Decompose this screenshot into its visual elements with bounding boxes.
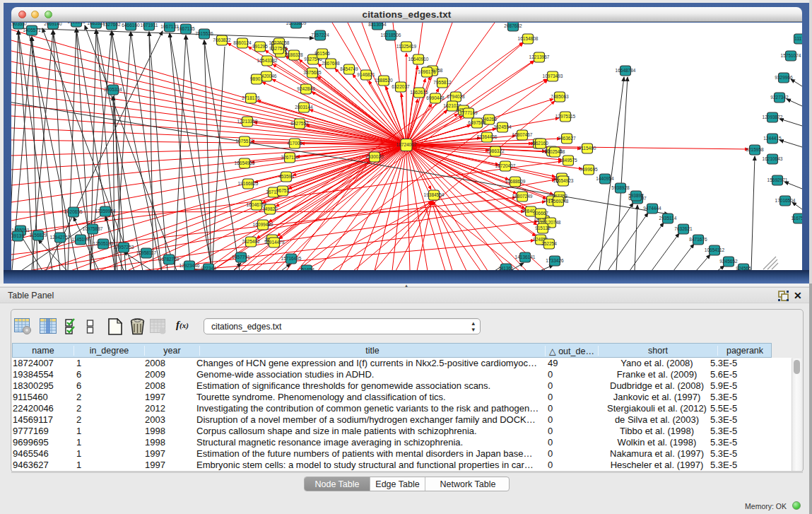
svg-text:9245652: 9245652 xyxy=(719,259,738,264)
svg-text:19218506: 19218506 xyxy=(381,33,401,37)
svg-text:9146821: 9146821 xyxy=(357,72,375,77)
svg-text:9115460: 9115460 xyxy=(579,146,596,151)
svg-text:98901: 98901 xyxy=(250,76,263,81)
svg-text:2905334: 2905334 xyxy=(104,87,122,92)
svg-text:39139: 39139 xyxy=(11,233,24,238)
svg-text:2530020: 2530020 xyxy=(365,154,384,159)
svg-text:2867608: 2867608 xyxy=(322,61,340,66)
svg-text:9329966: 9329966 xyxy=(775,75,793,80)
svg-text:6466160: 6466160 xyxy=(122,23,140,28)
svg-text:141361: 141361 xyxy=(498,266,514,270)
svg-text:12975115: 12975115 xyxy=(555,114,576,119)
svg-text:1117: 1117 xyxy=(794,36,802,41)
svg-text:12923446: 12923446 xyxy=(180,263,200,268)
svg-text:3267110: 3267110 xyxy=(281,155,299,160)
svg-text:1667135: 1667135 xyxy=(177,26,195,31)
svg-text:10973493: 10973493 xyxy=(543,74,563,78)
svg-text:3875685: 3875685 xyxy=(303,70,322,75)
svg-text:6322037: 6322037 xyxy=(392,84,410,89)
svg-text:1244415: 1244415 xyxy=(763,136,782,141)
svg-text:861546: 861546 xyxy=(314,51,330,56)
svg-text:1362615: 1362615 xyxy=(410,90,428,95)
svg-text:12093872: 12093872 xyxy=(763,115,783,119)
svg-text:16033809: 16033809 xyxy=(286,23,307,25)
svg-text:12213319: 12213319 xyxy=(237,119,258,124)
svg-text:1405571: 1405571 xyxy=(23,28,41,33)
svg-text:14136141: 14136141 xyxy=(515,255,536,259)
svg-text:2718176: 2718176 xyxy=(242,95,260,100)
svg-text:7485063: 7485063 xyxy=(551,94,569,99)
svg-text:8454749: 8454749 xyxy=(340,66,358,71)
svg-text:19384554: 19384554 xyxy=(424,192,445,197)
svg-text:17016504: 17016504 xyxy=(775,198,796,203)
svg-text:149822: 149822 xyxy=(262,206,278,211)
svg-text:5938928: 5938928 xyxy=(611,185,630,190)
svg-text:10025458: 10025458 xyxy=(545,149,565,154)
svg-text:16210643: 16210643 xyxy=(763,156,783,161)
svg-text:16154808: 16154808 xyxy=(518,36,539,41)
svg-text:1588520: 1588520 xyxy=(375,78,393,83)
svg-text:6497568: 6497568 xyxy=(468,120,486,125)
svg-text:6990448: 6990448 xyxy=(426,95,445,100)
svg-text:18724007: 18724007 xyxy=(396,142,417,147)
svg-text:6215958: 6215958 xyxy=(746,147,764,152)
svg-text:9777169: 9777169 xyxy=(459,110,478,115)
svg-text:9227342: 9227342 xyxy=(770,95,789,100)
svg-text:1063313: 1063313 xyxy=(67,23,86,24)
svg-text:8427552: 8427552 xyxy=(290,121,309,126)
svg-text:10654112: 10654112 xyxy=(705,247,725,252)
svg-text:12942757: 12942757 xyxy=(50,235,71,240)
svg-text:9242848: 9242848 xyxy=(297,86,315,91)
svg-text:9463627: 9463627 xyxy=(558,136,576,141)
svg-text:10688609: 10688609 xyxy=(505,179,526,184)
svg-text:252254: 252254 xyxy=(541,241,557,246)
svg-text:19166825: 19166825 xyxy=(238,181,259,186)
svg-text:891295: 891295 xyxy=(252,44,268,49)
svg-text:16654955: 16654955 xyxy=(235,160,255,165)
svg-text:1071911: 1071911 xyxy=(141,23,158,28)
svg-text:3624554: 3624554 xyxy=(493,124,512,129)
svg-text:2020655: 2020655 xyxy=(64,209,83,214)
svg-text:15720407: 15720407 xyxy=(495,163,516,168)
svg-text:10975887: 10975887 xyxy=(83,226,103,231)
svg-text:7357224: 7357224 xyxy=(311,33,329,37)
svg-text:453594: 453594 xyxy=(278,174,294,179)
svg-text:16543382: 16543382 xyxy=(257,58,278,63)
svg-text:151654: 151654 xyxy=(299,267,314,270)
svg-text:2087682: 2087682 xyxy=(504,23,522,28)
svg-text:1096178: 1096178 xyxy=(418,69,436,74)
svg-text:8471676: 8471676 xyxy=(689,237,707,242)
svg-text:1067133: 1067133 xyxy=(160,24,179,29)
svg-text:16782759: 16782759 xyxy=(159,257,180,262)
svg-text:417006: 417006 xyxy=(287,141,302,146)
svg-text:7986322: 7986322 xyxy=(486,148,505,153)
svg-text:1145194: 1145194 xyxy=(72,237,90,242)
svg-text:1075512: 1075512 xyxy=(235,139,254,144)
svg-text:8186328: 8186328 xyxy=(285,52,303,57)
svg-text:7515526: 7515526 xyxy=(195,31,213,36)
svg-text:15751074: 15751074 xyxy=(781,53,801,58)
svg-text:9457791: 9457791 xyxy=(232,255,250,259)
svg-text:10958117: 10958117 xyxy=(136,250,157,255)
svg-text:15716485: 15716485 xyxy=(281,256,302,261)
svg-text:7632621: 7632621 xyxy=(674,226,693,231)
svg-text:7663822: 7663822 xyxy=(213,37,231,42)
svg-text:906667: 906667 xyxy=(533,211,548,216)
svg-text:16099489: 16099489 xyxy=(253,222,273,227)
svg-text:2069140: 2069140 xyxy=(44,23,62,26)
svg-text:9699695: 9699695 xyxy=(579,167,598,172)
svg-text:7955812: 7955812 xyxy=(433,80,452,85)
svg-text:12213967: 12213967 xyxy=(529,54,550,59)
svg-text:1849575: 1849575 xyxy=(559,158,577,163)
svg-text:12505135: 12505135 xyxy=(93,241,114,246)
svg-text:8813054: 8813054 xyxy=(368,23,387,27)
svg-text:922344: 922344 xyxy=(201,266,216,270)
svg-text:18807249: 18807249 xyxy=(512,194,533,199)
svg-text:593892: 593892 xyxy=(628,193,644,198)
svg-text:17359924: 17359924 xyxy=(95,209,116,214)
svg-text:11325419: 11325419 xyxy=(396,44,417,49)
svg-text:6794028: 6794028 xyxy=(447,94,465,99)
svg-text:1527602: 1527602 xyxy=(102,23,121,27)
svg-text:96753: 96753 xyxy=(276,188,289,193)
svg-text:924565: 924565 xyxy=(736,266,751,270)
